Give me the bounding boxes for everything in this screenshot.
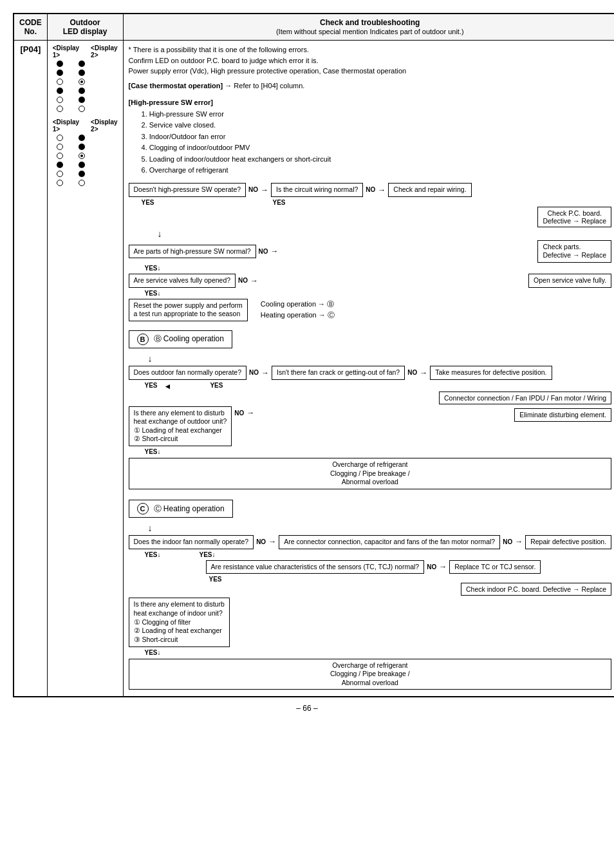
code-cell: [P04] <box>14 41 47 697</box>
led-display-section2: <Display 1> <Display 2> <box>53 118 118 186</box>
intro-line3: Power supply error (Vdc), High pressure … <box>129 66 612 77</box>
heating-fc-row3: Is there any element to disturb heat exc… <box>129 598 612 646</box>
led-dot <box>57 135 63 141</box>
display2-label1: <Display 1> <box>53 118 79 133</box>
led-dot <box>79 61 85 67</box>
arrow-h3: → <box>439 562 447 571</box>
cooling-fc-row1: Does outdoor fan normally operate? NO → … <box>129 366 612 380</box>
yes-label2: YES <box>273 199 286 206</box>
heating-ref: Heating operation → Ⓒ <box>261 310 335 321</box>
no-label-c2: NO <box>407 369 417 376</box>
fc-row1: Doesn't high-pressure SW operate? NO → I… <box>129 183 612 197</box>
led-dot <box>57 180 63 186</box>
col-header-sub: (Item without special mention Indicates … <box>276 28 464 35</box>
fc-row2: Are parts of high-pressure SW normal? NO… <box>129 240 612 263</box>
heating-header-box: C Ⓒ Heating operation <box>129 500 233 518</box>
connector-row: Connector connection / Fan IPDU / Fan mo… <box>129 392 612 404</box>
yes-c2: YES <box>210 382 223 391</box>
yes-h4: YES↓ <box>145 649 612 656</box>
heating-section: C Ⓒ Heating operation ↓ Does the indoor … <box>129 500 612 690</box>
no-label-c1: NO <box>249 369 259 376</box>
cooling-header-text: Ⓑ Cooling operation <box>154 334 224 344</box>
fc-box-check-wiring: Check and repair wiring. <box>388 183 471 197</box>
high-pressure-title: [High-pressure SW error] <box>129 99 612 106</box>
fc-fan-crack: Isn't there fan crack or getting-out of … <box>272 366 405 380</box>
case-thermostat-section: [Case thermostat operation] → Refer to [… <box>129 82 612 90</box>
heating-fc-row1: Does the indoor fan normally operate? NO… <box>129 535 612 549</box>
high-pressure-list: 1. High-pressure SW error 2. Service val… <box>142 109 612 177</box>
fc-indoor-pcboard: Check indoor P.C. board. Defective → Rep… <box>461 583 611 596</box>
case-label-bold: [Case thermostat operation] <box>129 82 223 90</box>
hp-item1: 1. High-pressure SW error <box>142 109 612 120</box>
no-label-h3: NO <box>427 563 436 571</box>
cooling-fc-row2: Is there any element to disturb heat exc… <box>129 406 612 447</box>
fc-cooling-heating: Cooling operation → Ⓑ Heating operation … <box>261 299 335 321</box>
fc-pcboard-box: Check P.C. board.Defective → Replace <box>537 207 611 227</box>
fc-box-hp-parts: Are parts of high-pressure SW normal? <box>129 245 256 259</box>
yes-h1: YES↓ <box>145 551 161 558</box>
arrow4: → <box>250 276 258 285</box>
fc-box-check-parts: Check parts. Defective → Replace <box>537 240 611 263</box>
page: CODENo. OutdoorLED display Check and tro… <box>0 0 614 868</box>
led-dot <box>79 180 85 186</box>
led-dot <box>57 171 63 177</box>
cooling-result: Overcharge of refrigerant Clogging / Pip… <box>129 458 612 489</box>
no-label-h2: NO <box>503 538 512 545</box>
fc-yes-row1: YES YES <box>142 199 612 206</box>
led-dot <box>79 162 85 168</box>
led-dot <box>57 97 63 103</box>
led-dot <box>57 106 63 112</box>
led-dot <box>79 97 85 103</box>
cooling-header-box: B Ⓑ Cooling operation <box>129 330 232 348</box>
fc-row3: Are service valves fully opened? NO → Op… <box>129 274 612 288</box>
fc-disturb-outdoor: Is there any element to disturb heat exc… <box>129 406 232 447</box>
circle-b: B <box>137 334 149 345</box>
no-label-h1: NO <box>256 538 266 545</box>
fc-box-service-valve: Are service valves fully opened? <box>129 274 236 288</box>
flowchart-hp: Doesn't high-pressure SW operate? NO → I… <box>129 183 612 321</box>
led-dot <box>57 144 63 150</box>
hp-item5: 5. Loading of indoor/outdoor heat exchan… <box>142 154 612 165</box>
fc-replace-tc: Replace TC or TCJ sensor. <box>449 560 541 574</box>
led-col2-section2 <box>79 135 85 186</box>
led-dot <box>79 70 85 76</box>
intro-line2: Confirm LED on outdoor P.C. board to jud… <box>129 55 612 66</box>
back-arrow: ◄ <box>164 382 172 391</box>
fc-box-reset: Reset the power supply and perform a tes… <box>129 299 248 321</box>
col-header-check: Check and troubleshooting (Item without … <box>123 14 614 41</box>
no-label-c3: NO <box>234 410 244 417</box>
led-dot <box>57 88 63 94</box>
arrow2: → <box>378 185 386 194</box>
heating-fc-row2: Are resistance value characteristics of … <box>206 560 612 574</box>
fc-row4: Reset the power supply and perform a tes… <box>129 299 612 321</box>
led-dot <box>79 88 85 94</box>
arrow-h2: → <box>515 537 523 546</box>
led-col1-section2 <box>57 135 63 186</box>
yes-c3: YES↓ <box>145 448 612 455</box>
cooling-section: B Ⓑ Cooling operation ↓ Does outdoor fan… <box>129 330 612 489</box>
fc-take-measures: Take measures for defective position. <box>430 366 552 380</box>
fc-connector-box: Connector connection / Fan IPDU / Fan mo… <box>439 392 611 404</box>
case-thermostat-label: [Case thermostat operation] → Refer to [… <box>129 82 305 90</box>
yes-down2: YES↓ <box>145 290 612 297</box>
intro-text: * There is a possibility that it is one … <box>129 44 612 77</box>
indoor-pcboard-row: Check indoor P.C. board. Defective → Rep… <box>129 583 612 596</box>
arrow-c2: → <box>420 368 427 377</box>
arrow-down1: ↓ <box>158 229 612 238</box>
fc-eliminate: Eliminate disturbing element. <box>514 408 611 422</box>
fc-box-pc-board: Check P.C. board.Defective → Replace <box>537 207 611 227</box>
led-display-section1: <Display 1> <Display 2> <box>53 44 118 112</box>
fc-box-open-valve: Open service valve fully. <box>528 274 611 288</box>
led-dot <box>57 162 63 168</box>
led-dot <box>79 144 85 150</box>
led-dot <box>79 106 85 112</box>
no-label4: NO <box>238 277 248 284</box>
fc-resistance: Are resistance value characteristics of … <box>206 560 425 574</box>
led-dot-bullseye <box>79 79 85 85</box>
led-dot <box>57 70 63 76</box>
heating-header-text: Ⓒ Heating operation <box>154 504 225 514</box>
cooling-ref: Cooling operation → Ⓑ <box>261 299 335 310</box>
fc-outdoor-fan: Does outdoor fan normally operate? <box>129 366 247 380</box>
heating-result: Overcharge of refrigerant Clogging / Pip… <box>129 659 612 690</box>
arrow-h1: → <box>268 537 276 546</box>
